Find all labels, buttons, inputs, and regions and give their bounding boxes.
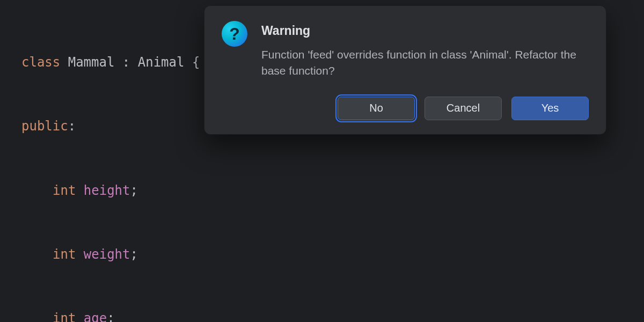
field-age: age xyxy=(84,311,107,322)
dialog-title: Warning xyxy=(261,21,589,41)
class-name: Mammal xyxy=(68,55,115,70)
no-button[interactable]: No xyxy=(338,97,415,120)
yes-button[interactable]: Yes xyxy=(511,97,589,120)
keyword-public: public xyxy=(21,119,68,134)
question-icon: ? xyxy=(222,21,247,47)
code-line: int weight; xyxy=(21,244,644,266)
field-height: height xyxy=(84,183,130,198)
base-class: Animal xyxy=(138,55,185,70)
cancel-button[interactable]: Cancel xyxy=(425,97,502,120)
code-line: int age; xyxy=(21,308,644,322)
code-line: int height; xyxy=(21,180,644,202)
keyword-int: int xyxy=(53,311,76,322)
keyword-int: int xyxy=(53,183,76,198)
dialog-button-row: No Cancel Yes xyxy=(222,97,589,120)
field-weight: weight xyxy=(84,247,130,262)
dialog-message: Function 'feed' overrides function in cl… xyxy=(261,47,589,79)
warning-dialog: ? Warning Function 'feed' overrides func… xyxy=(204,5,606,135)
keyword-class: class xyxy=(21,55,60,70)
keyword-int: int xyxy=(53,247,76,262)
